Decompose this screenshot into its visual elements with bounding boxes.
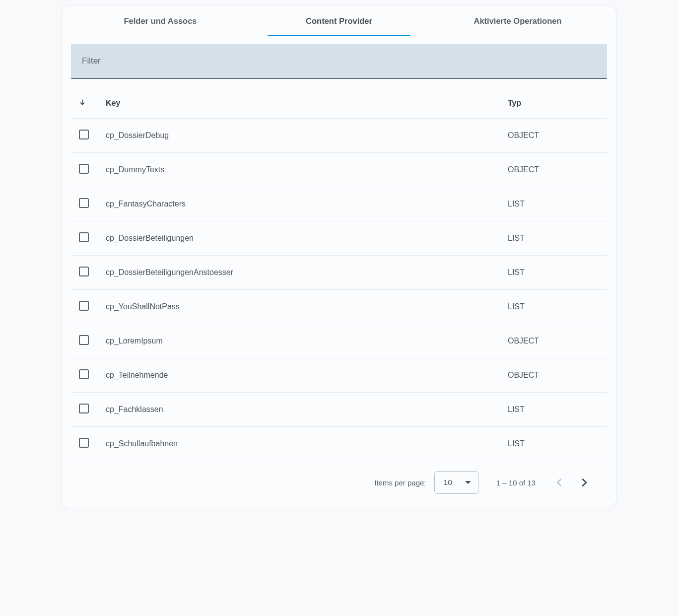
cell-type: LIST <box>508 290 607 324</box>
table-row: cp_Schullaufbahnen LIST <box>71 427 607 461</box>
next-page-button[interactable] <box>579 475 590 490</box>
column-sort[interactable] <box>71 91 106 119</box>
cell-type: LIST <box>508 256 607 290</box>
page-size-select[interactable]: 10 <box>434 471 478 494</box>
prev-page-button[interactable] <box>553 475 565 490</box>
row-checkbox[interactable] <box>79 301 89 311</box>
table-row: cp_Teilnehmende OBJECT <box>71 358 607 393</box>
tab-aktivierte-operationen[interactable]: Aktivierte Operationen <box>428 5 607 36</box>
tab-felder-assocs[interactable]: Felder und Assocs <box>71 5 250 36</box>
cell-key: cp_YouShallNotPass <box>106 290 508 324</box>
items-per-page: Items per page: 10 <box>374 471 478 494</box>
cell-type: LIST <box>508 393 607 427</box>
cell-key: cp_LoremIpsum <box>106 324 508 358</box>
cell-type: LIST <box>508 221 607 256</box>
row-checkbox[interactable] <box>79 164 89 174</box>
table-row: cp_FantasyCharacters LIST <box>71 187 607 221</box>
row-checkbox[interactable] <box>79 232 89 242</box>
content-provider-table: Key Typ cp_DossierDebug OBJECT cp_DummyT… <box>71 91 607 461</box>
row-checkbox[interactable] <box>79 369 89 379</box>
row-checkbox[interactable] <box>79 198 89 208</box>
chevron-left-icon <box>556 478 562 487</box>
cell-type: LIST <box>508 427 607 461</box>
cell-key: cp_Fachklassen <box>106 393 508 427</box>
cell-type: OBJECT <box>508 119 607 153</box>
cell-type: LIST <box>508 187 607 221</box>
table-row: cp_DossierBeteiligungenAnstoesser LIST <box>71 256 607 290</box>
row-checkbox[interactable] <box>79 404 89 413</box>
table-row: cp_Fachklassen LIST <box>71 393 607 427</box>
nav-arrows <box>553 475 590 490</box>
table-body: cp_DossierDebug OBJECT cp_DummyTexts OBJ… <box>71 119 607 461</box>
column-key[interactable]: Key <box>106 91 508 119</box>
table-row: cp_DummyTexts OBJECT <box>71 153 607 187</box>
table-row: cp_DossierBeteiligungen LIST <box>71 221 607 256</box>
cell-key: cp_DossierDebug <box>106 119 508 153</box>
row-checkbox[interactable] <box>79 438 89 448</box>
cell-key: cp_DummyTexts <box>106 153 508 187</box>
row-checkbox[interactable] <box>79 335 89 345</box>
range-label: 1 – 10 of 13 <box>496 479 536 487</box>
chevron-right-icon <box>582 478 587 487</box>
cell-key: cp_Schullaufbahnen <box>106 427 508 461</box>
row-checkbox[interactable] <box>79 267 89 276</box>
items-per-page-label: Items per page: <box>374 479 426 487</box>
pagination: Items per page: 10 1 – 10 of 13 <box>71 461 607 500</box>
cell-type: OBJECT <box>508 153 607 187</box>
cell-key: cp_Teilnehmende <box>106 358 508 393</box>
filter-input[interactable]: Filter <box>71 44 607 79</box>
panel: Felder und Assocs Content Provider Aktiv… <box>62 5 616 508</box>
filter-label: Filter <box>82 56 101 66</box>
dropdown-icon <box>465 481 471 484</box>
cell-type: OBJECT <box>508 324 607 358</box>
page-size-value: 10 <box>444 478 452 487</box>
arrow-down-icon <box>79 98 86 108</box>
content: Filter Key Typ cp_DossierDebug <box>62 36 616 500</box>
tabs: Felder und Assocs Content Provider Aktiv… <box>62 5 616 36</box>
cell-key: cp_DossierBeteiligungen <box>106 221 508 256</box>
table-row: cp_DossierDebug OBJECT <box>71 119 607 153</box>
cell-key: cp_DossierBeteiligungenAnstoesser <box>106 256 508 290</box>
row-checkbox[interactable] <box>79 130 89 139</box>
table-row: cp_YouShallNotPass LIST <box>71 290 607 324</box>
column-type[interactable]: Typ <box>508 91 607 119</box>
cell-type: OBJECT <box>508 358 607 393</box>
tab-content-provider[interactable]: Content Provider <box>250 5 428 36</box>
table-row: cp_LoremIpsum OBJECT <box>71 324 607 358</box>
cell-key: cp_FantasyCharacters <box>106 187 508 221</box>
